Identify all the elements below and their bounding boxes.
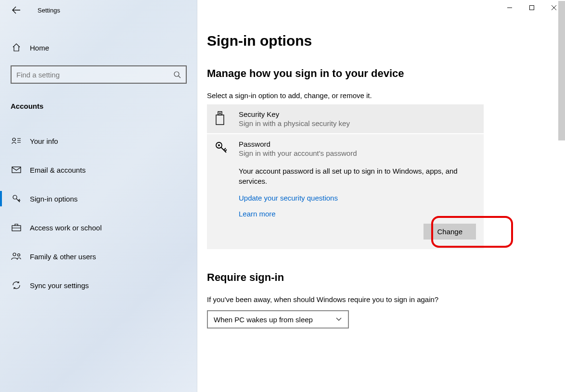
minimize-button[interactable] [499, 0, 521, 15]
search-box[interactable] [11, 65, 187, 84]
sidebar-item-email[interactable]: Email & accounts [0, 155, 197, 184]
nav-label: Sign-in options [30, 195, 77, 203]
close-icon [551, 5, 557, 11]
person-card-icon [11, 137, 22, 145]
content: Sign-in options Manage how you sign in t… [197, 0, 565, 392]
sidebar-item-sync[interactable]: Sync your settings [0, 271, 197, 300]
sidebar-item-your-info[interactable]: Your info [0, 126, 197, 155]
nav-label: Access work or school [30, 224, 102, 232]
option-desc: Sign in with your account's password [239, 149, 476, 157]
key-icon [215, 140, 233, 155]
titlebar: Settings [0, 0, 197, 20]
app-title: Settings [38, 7, 60, 14]
svg-point-13 [218, 144, 220, 146]
signin-option-list: Security Key Sign in with a physical sec… [207, 104, 484, 249]
option-password: Password Sign in with your account's pas… [207, 133, 484, 249]
svg-point-5 [13, 253, 16, 256]
sidebar: Settings Home Accounts Your info Email &… [0, 0, 197, 392]
nav-label: Your info [30, 137, 58, 145]
nav-label: Sync your settings [30, 281, 89, 290]
search-input[interactable] [16, 71, 173, 79]
page-title: Sign-in options [207, 33, 565, 49]
back-button[interactable] [9, 2, 24, 18]
option-title: Security Key [239, 110, 476, 118]
sidebar-item-family[interactable]: Family & other users [0, 242, 197, 271]
option-desc: Sign in with a physical security key [239, 119, 476, 127]
home-label: Home [30, 44, 49, 52]
svg-point-0 [174, 72, 179, 76]
dropdown-value: When PC wakes up from sleep [214, 316, 313, 324]
sync-icon [11, 280, 22, 290]
update-questions-link[interactable]: Update your security questions [239, 194, 338, 202]
require-heading: Require sign-in [207, 271, 565, 284]
require-dropdown[interactable]: When PC wakes up from sleep [207, 310, 349, 329]
svg-point-6 [18, 254, 20, 256]
home-icon [11, 43, 22, 52]
learn-more-link[interactable]: Learn more [239, 210, 276, 218]
option-security-key[interactable]: Security Key Sign in with a physical sec… [207, 104, 484, 133]
maximize-button[interactable] [521, 0, 543, 15]
option-password-body: Your account password is all set up to s… [239, 166, 476, 240]
option-title: Password [239, 140, 476, 148]
minimize-icon [507, 5, 513, 11]
search-icon [173, 71, 181, 78]
home-nav[interactable]: Home [0, 38, 197, 57]
svg-rect-2 [12, 167, 21, 173]
chevron-down-icon [335, 317, 342, 322]
sidebar-item-signin[interactable]: Sign-in options [0, 184, 197, 213]
require-signin-section: Require sign-in If you've been away, whe… [207, 271, 565, 329]
nav-label: Family & other users [30, 253, 96, 261]
svg-rect-10 [219, 113, 220, 114]
option-password-header[interactable]: Password Sign in with your account's pas… [215, 140, 476, 157]
svg-rect-11 [220, 113, 221, 114]
briefcase-icon [11, 224, 22, 231]
category-label: Accounts [11, 102, 197, 110]
usb-key-icon [215, 110, 233, 126]
mail-icon [11, 166, 22, 173]
nav-list: Your info Email & accounts Sign-in optio… [0, 126, 197, 300]
svg-point-1 [13, 138, 15, 141]
scrollbar[interactable] [558, 1, 565, 140]
svg-rect-7 [530, 6, 534, 10]
require-desc: If you've been away, when should Windows… [207, 295, 565, 303]
nav-label: Email & accounts [30, 166, 86, 174]
maximize-icon [529, 5, 535, 11]
arrow-left-icon [12, 6, 21, 14]
svg-rect-9 [216, 115, 224, 125]
window-controls [499, 0, 565, 15]
change-button[interactable]: Change [424, 224, 476, 240]
people-icon [11, 253, 22, 260]
key-icon [11, 194, 22, 203]
main-panel: Sign-in options Manage how you sign in t… [197, 0, 565, 392]
manage-heading: Manage how you sign in to your device [207, 67, 565, 80]
svg-rect-8 [218, 112, 222, 115]
manage-subtext: Select a sign-in option to add, change, … [207, 91, 565, 100]
sidebar-item-work[interactable]: Access work or school [0, 213, 197, 242]
password-status: Your account password is all set up to s… [239, 166, 476, 186]
svg-point-3 [13, 195, 17, 199]
